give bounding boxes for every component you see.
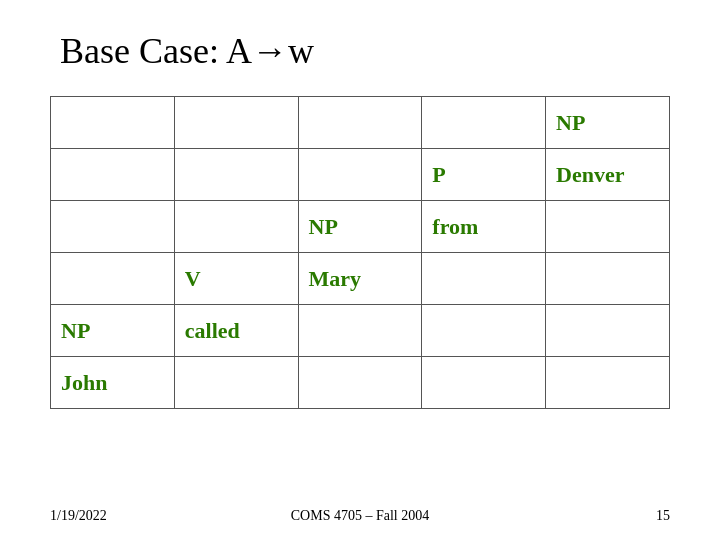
cell-3-3	[422, 253, 546, 305]
cell-4-3	[422, 305, 546, 357]
slide-title: Base Case: A→w	[60, 30, 670, 72]
cell-4-2	[298, 305, 422, 357]
cell-2-0	[51, 201, 175, 253]
footer-course: COMS 4705 – Fall 2004	[291, 508, 429, 524]
cell-0-2	[298, 97, 422, 149]
table-row: John	[51, 357, 670, 409]
cell-0-0	[51, 97, 175, 149]
cell-5-1	[174, 357, 298, 409]
cell-3-4	[546, 253, 670, 305]
cell-1-3: P	[422, 149, 546, 201]
cell-1-2	[298, 149, 422, 201]
cell-1-1	[174, 149, 298, 201]
cell-3-1: V	[174, 253, 298, 305]
title-arrow: →	[252, 31, 288, 71]
table-row: NP from	[51, 201, 670, 253]
cell-2-1	[174, 201, 298, 253]
cell-3-0	[51, 253, 175, 305]
cell-5-0: John	[51, 357, 175, 409]
cell-1-0	[51, 149, 175, 201]
cell-4-0: NP	[51, 305, 175, 357]
table-wrapper: NP P Denver NP from V Mary	[50, 96, 670, 520]
cell-5-2	[298, 357, 422, 409]
cell-2-2: NP	[298, 201, 422, 253]
table-row: NP called	[51, 305, 670, 357]
cell-2-4	[546, 201, 670, 253]
title-text: Base Case: A	[60, 31, 252, 71]
cell-0-1	[174, 97, 298, 149]
cell-2-3: from	[422, 201, 546, 253]
title-suffix: w	[288, 31, 314, 71]
cell-5-4	[546, 357, 670, 409]
cell-1-4: Denver	[546, 149, 670, 201]
table-row: NP	[51, 97, 670, 149]
cell-4-1: called	[174, 305, 298, 357]
cell-3-2: Mary	[298, 253, 422, 305]
footer-date: 1/19/2022	[50, 508, 107, 524]
slide-container: Base Case: A→w NP P Denver	[0, 0, 720, 540]
table-row: P Denver	[51, 149, 670, 201]
cell-4-4	[546, 305, 670, 357]
table-row: V Mary	[51, 253, 670, 305]
cell-0-3	[422, 97, 546, 149]
cell-5-3	[422, 357, 546, 409]
cell-0-4: NP	[546, 97, 670, 149]
parse-table: NP P Denver NP from V Mary	[50, 96, 670, 409]
footer-page: 15	[656, 508, 670, 524]
